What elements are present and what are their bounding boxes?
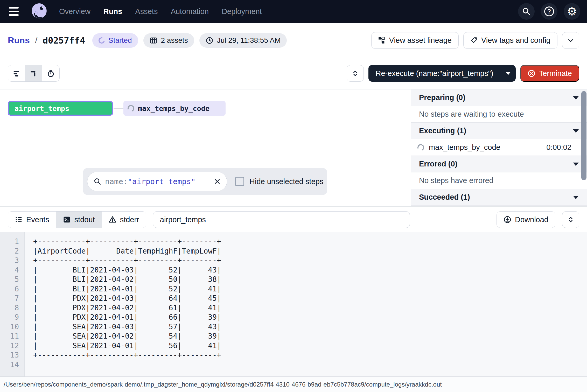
log-step-filter-input[interactable] — [153, 211, 410, 228]
log-line: 11| SEA|2021-04-02| 54| 39| — [0, 332, 587, 341]
log-line: 12| SEA|2021-04-01| 56| 41| — [0, 341, 587, 351]
log-line: 13+-----------+----------+---------+----… — [0, 351, 587, 360]
log-line: 7| PDX|2021-04-03| 64| 45| — [0, 294, 587, 303]
chevron-down-icon — [567, 37, 574, 44]
log-line: 2|AirportCode| Date|TempHighF|TempLowF| — [0, 247, 587, 256]
terminate-button[interactable]: Terminate — [520, 65, 579, 82]
terminal-icon — [63, 216, 71, 223]
cancel-circle-icon — [528, 69, 535, 77]
run-id: d0257ff4 — [43, 35, 85, 46]
reexecute-dropdown-button[interactable] — [501, 65, 516, 82]
stdout-log-viewer[interactable]: 1+-----------+----------+---------+-----… — [0, 232, 587, 376]
nav-item-assets[interactable]: Assets — [130, 4, 162, 19]
gantt-view-toggle — [8, 65, 60, 82]
log-line: 10| SEA|2021-04-03| 57| 43| — [0, 322, 587, 332]
view-waterfall-gantt-button[interactable] — [25, 65, 42, 81]
view-timer-button[interactable] — [42, 65, 59, 81]
executing-step-row[interactable]: max_temps_by_code 0:00:02 — [411, 139, 587, 156]
search-icon — [94, 178, 101, 185]
chevron-down-icon — [573, 196, 579, 199]
step-connector-line — [114, 108, 123, 109]
step-status-panel: Preparing (0) No steps are waiting to ex… — [411, 89, 587, 206]
warning-triangle-icon — [109, 216, 116, 223]
settings-button[interactable]: ⚙ — [564, 3, 580, 20]
section-executing-header[interactable]: Executing (1) — [411, 123, 587, 139]
spinner-icon — [97, 36, 106, 45]
stopwatch-icon — [47, 69, 55, 77]
tag-icon — [470, 37, 478, 44]
assets-chip[interactable]: 2 assets — [143, 33, 194, 48]
spinner-icon — [416, 143, 425, 152]
expand-log-pane-button[interactable] — [562, 211, 579, 228]
breadcrumb-separator: / — [35, 35, 37, 45]
view-flat-gantt-button[interactable] — [8, 65, 25, 81]
run-header-row: Runs / d0257ff4 Started 2 assets Jul 29,… — [0, 23, 587, 58]
more-actions-button[interactable] — [562, 32, 579, 49]
breadcrumb-runs-link[interactable]: Runs — [8, 35, 30, 45]
expand-vertical-icon — [567, 216, 574, 223]
expand-vertical-icon — [352, 70, 359, 77]
table-grid-icon — [150, 37, 157, 44]
section-errored-header[interactable]: Errored (0) — [411, 156, 587, 172]
run-content: airport_temps max_temps_by_code name:"ai… — [0, 89, 587, 206]
nav-item-runs[interactable]: Runs — [99, 4, 127, 19]
panel-scrollbar[interactable] — [581, 91, 586, 180]
section-preparing-empty: No steps are waiting to execute — [411, 106, 587, 123]
section-errored-empty: No steps have errored — [411, 172, 587, 189]
download-button[interactable]: Download — [497, 211, 555, 228]
caret-down-icon — [506, 72, 511, 75]
hide-unselected-steps-control: Hide unselected steps — [235, 177, 323, 186]
gantt-pane: airport_temps max_temps_by_code name:"ai… — [0, 89, 411, 206]
waterfall-gantt-icon — [30, 69, 38, 77]
hide-unselected-steps-label: Hide unselected steps — [249, 177, 323, 186]
step-elapsed-time: 0:00:02 — [546, 143, 571, 152]
flat-gantt-icon — [13, 69, 20, 77]
tab-stdout[interactable]: stdout — [56, 212, 102, 228]
run-toolbar: Re-execute (name:"airport_temps") Termin… — [0, 58, 587, 89]
nav-item-overview[interactable]: Overview — [54, 4, 95, 19]
close-icon — [214, 178, 221, 185]
search-button[interactable] — [518, 3, 535, 20]
run-header-actions: View asset lineage View tags and config — [371, 32, 579, 49]
breadcrumb: Runs / d0257ff4 Started 2 assets Jul 29,… — [8, 33, 371, 48]
chevron-down-icon — [573, 129, 579, 133]
step-filter-input[interactable]: name:"airport_temps" — [87, 172, 227, 191]
section-succeeded-header[interactable]: Succeeded (1) — [411, 189, 587, 206]
view-asset-lineage-button[interactable]: View asset lineage — [371, 32, 459, 49]
nav-item-deployment[interactable]: Deployment — [217, 4, 267, 19]
filter-query: "airport_temps" — [128, 177, 195, 186]
log-pane-header: Events stdout stderr Downlo — [0, 207, 587, 232]
event-list-icon — [15, 216, 23, 223]
hide-unselected-steps-checkbox[interactable] — [235, 177, 244, 186]
log-line: 6| BLI|2021-04-01| 52| 41| — [0, 284, 587, 294]
reexecute-button[interactable]: Re-execute (name:"airport_temps") — [368, 69, 501, 78]
view-tags-config-button[interactable]: View tags and config — [463, 32, 557, 49]
nav-item-automation[interactable]: Automation — [166, 4, 213, 19]
log-line: 5| BLI|2021-04-02| 50| 38| — [0, 275, 587, 284]
tab-events[interactable]: Events — [8, 212, 56, 228]
log-tabs: Events stdout stderr — [8, 211, 146, 228]
help-icon: ? — [543, 6, 555, 17]
step-node-airport-temps[interactable]: airport_temps — [8, 101, 113, 116]
log-line: 9| PDX|2021-04-01| 66| 39| — [0, 313, 587, 322]
log-file-path: /Users/ben/repos/components_demo/spark-d… — [4, 381, 442, 388]
section-preparing-header[interactable]: Preparing (0) — [411, 89, 587, 106]
step-node-max-temps-by-code[interactable]: max_temps_by_code — [123, 101, 226, 116]
dagster-logo[interactable] — [31, 3, 48, 20]
log-line: 1+-----------+----------+---------+-----… — [0, 237, 587, 247]
top-navbar: Overview Runs Assets Automation Deployme… — [0, 0, 587, 23]
log-content: 1+-----------+----------+---------+-----… — [0, 232, 587, 369]
clock-icon — [206, 37, 213, 44]
tab-stderr[interactable]: stderr — [102, 212, 146, 228]
reexecute-split-button: Re-execute (name:"airport_temps") — [368, 65, 516, 82]
clear-filter-button[interactable] — [214, 178, 221, 185]
filter-prefix: name: — [105, 177, 128, 186]
log-line: 4| BLI|2021-04-03| 52| 43| — [0, 265, 587, 275]
log-line: 3+-----------+----------+---------+-----… — [0, 256, 587, 265]
log-line: 14 — [0, 360, 587, 370]
hamburger-menu-icon[interactable] — [9, 4, 24, 19]
search-icon — [521, 6, 531, 16]
zoom-fit-button[interactable] — [347, 65, 364, 82]
chevron-down-icon — [573, 96, 579, 100]
help-button[interactable]: ? — [541, 3, 557, 20]
